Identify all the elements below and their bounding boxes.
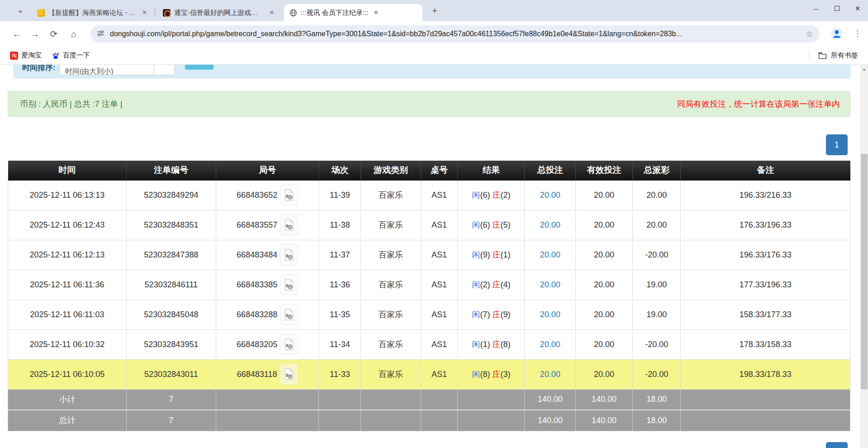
video-record-icon[interactable] (280, 334, 298, 355)
baidu-paw-icon (52, 52, 60, 60)
cell-valid-bet: 20.00 (575, 270, 632, 300)
total-bet-link[interactable]: 20.00 (540, 250, 560, 259)
video-record-icon[interactable] (280, 274, 298, 295)
sort-label: 时间排序: (22, 65, 56, 73)
pagination-page-1[interactable]: 1 (826, 134, 848, 155)
cell-result: 闲(1) 庄(8) (458, 329, 525, 359)
all-bookmarks[interactable]: 所有书签 (809, 51, 868, 61)
site-settings-icon[interactable] (97, 29, 104, 39)
url-text[interactable]: dongshouji.com/ipl/portal.php/game/betre… (110, 30, 801, 38)
total-bet-link[interactable]: 20.00 (540, 310, 560, 319)
reload-icon[interactable]: ⟳ (47, 28, 61, 41)
table-row: 2025-12-11 06:10:32523032843951668483205… (8, 329, 850, 359)
new-tab-button[interactable]: + (429, 5, 441, 17)
video-record-icon[interactable] (280, 214, 298, 235)
round-number: 668483484 (237, 250, 277, 260)
cell-total-bet[interactable]: 20.00 (525, 240, 575, 270)
bookmark-baidu[interactable]: 百度一下 (52, 51, 90, 60)
total-bet-link[interactable]: 20.00 (540, 220, 560, 229)
cell-session: 11-34 (319, 329, 361, 359)
result-banker-label: 庄 (492, 310, 500, 319)
tab-bet-records[interactable]: :::视讯 会员下注纪录::: ✕ (284, 4, 422, 21)
cell-result: 闲(8) 庄(3) (458, 359, 525, 389)
cell-time: 2025-12-11 06:10:05 (8, 359, 127, 389)
sort-select[interactable]: 时间(由大到小) (59, 65, 154, 75)
cell-total-bet[interactable]: 20.00 (525, 270, 575, 300)
subtotal-valid-bet: 140.00 (575, 389, 632, 410)
bookmark-taobao[interactable]: 淘 爱淘宝 (10, 51, 42, 60)
cell-valid-bet: 20.00 (575, 210, 632, 240)
result-player-value: (7) (480, 310, 492, 319)
cell-total-bet[interactable]: 20.00 (525, 359, 575, 389)
tab-divider (155, 8, 155, 17)
forward-icon[interactable]: → (28, 28, 42, 41)
total-bet-link[interactable]: 20.00 (540, 191, 560, 200)
result-banker-label: 庄 (492, 250, 500, 259)
back-icon[interactable]: ← (10, 28, 24, 41)
bookmarks-divider (809, 51, 810, 61)
pagination-page-1-bottom[interactable]: 1 (826, 442, 848, 448)
result-player-label: 闲 (472, 191, 480, 200)
table-row: 2025-12-11 06:12:13523032847388668483484… (8, 240, 850, 270)
cell-bet-id: 523032846111 (126, 270, 216, 300)
total-bet-link[interactable]: 20.00 (540, 370, 560, 379)
result-player-value: (8) (480, 370, 492, 379)
bookmark-star-icon[interactable]: ☆ (806, 29, 813, 39)
tab-tongbao[interactable]: 通宝-信誉最好的网上游戏平台 ✕ (157, 4, 280, 21)
cell-payout: -20.00 (632, 329, 681, 359)
header-valid-bet: 有效投注 (575, 161, 632, 180)
home-icon[interactable]: ⌂ (67, 28, 81, 41)
tab-close-icon[interactable]: ✕ (141, 9, 148, 17)
tab-title: 【新提醒】海燕策略论坛 - 综合 (48, 9, 137, 17)
tab-close-icon[interactable]: ✕ (372, 9, 380, 17)
cell-game-type: 百家乐 (361, 329, 421, 359)
video-record-icon[interactable] (280, 185, 298, 205)
total-bet-link[interactable]: 20.00 (540, 280, 560, 289)
video-record-icon[interactable] (280, 304, 298, 325)
cell-total-bet[interactable]: 20.00 (525, 300, 575, 329)
sort-select-secondary[interactable] (154, 65, 175, 75)
cell-table-no: AS1 (421, 359, 458, 389)
result-banker-label: 庄 (492, 280, 500, 289)
close-window-button[interactable]: ✕ (847, 0, 868, 18)
scroll-up-icon[interactable]: ▲ (860, 66, 868, 73)
page-scrollbar[interactable]: ▲ (860, 65, 868, 448)
scrollbar-thumb[interactable] (861, 154, 868, 389)
total-bet-link[interactable]: 20.00 (540, 340, 560, 349)
tab-search-icon[interactable]: ⌄ (14, 5, 27, 17)
maximize-button[interactable] (826, 0, 847, 18)
cell-bet-id: 523032843951 (126, 329, 216, 359)
cell-total-bet[interactable]: 20.00 (525, 329, 575, 359)
address-bar[interactable]: dongshouji.com/ipl/portal.php/game/betre… (90, 25, 820, 43)
cell-result: 闲(6) 庄(2) (458, 180, 525, 210)
menu-dots-icon[interactable]: ⋮ (853, 27, 862, 40)
cell-time: 2025-12-11 06:10:32 (8, 329, 127, 359)
cell-game-type: 百家乐 (361, 180, 421, 210)
tab-close-icon[interactable]: ✕ (268, 9, 276, 17)
header-result: 结果 (458, 161, 525, 180)
cell-total-bet[interactable]: 20.00 (525, 180, 575, 210)
minimize-button[interactable]: – (806, 0, 826, 18)
tab-forum[interactable]: 【新提醒】海燕策略论坛 - 综合 ✕ (32, 4, 153, 21)
cell-session: 11-33 (319, 359, 361, 389)
video-record-icon[interactable] (280, 244, 298, 265)
result-player-label: 闲 (472, 370, 480, 379)
total-label: 总计 (8, 410, 127, 431)
cell-table-no: AS1 (421, 329, 458, 359)
cell-valid-bet: 20.00 (575, 180, 632, 210)
cell-payout: -20.00 (632, 359, 681, 389)
cell-bet-id: 523032849294 (126, 180, 216, 210)
cell-remark: 196.33/216.33 (681, 180, 850, 210)
round-number: 668483205 (237, 340, 277, 349)
result-player-value: (6) (480, 191, 492, 200)
round-number: 668483118 (237, 370, 277, 379)
cell-total-bet[interactable]: 20.00 (525, 210, 575, 240)
subtotal-row: 小计 7 140.00 140.00 18.00 (8, 389, 850, 410)
video-record-icon[interactable] (280, 364, 298, 385)
tab-title: :::视讯 会员下注纪录::: (301, 9, 368, 17)
round-number: 668483288 (237, 310, 277, 319)
profile-icon[interactable] (830, 27, 843, 40)
search-button[interactable] (185, 65, 213, 70)
result-player-label: 闲 (472, 220, 480, 229)
all-bookmarks-label: 所有书签 (831, 51, 858, 60)
